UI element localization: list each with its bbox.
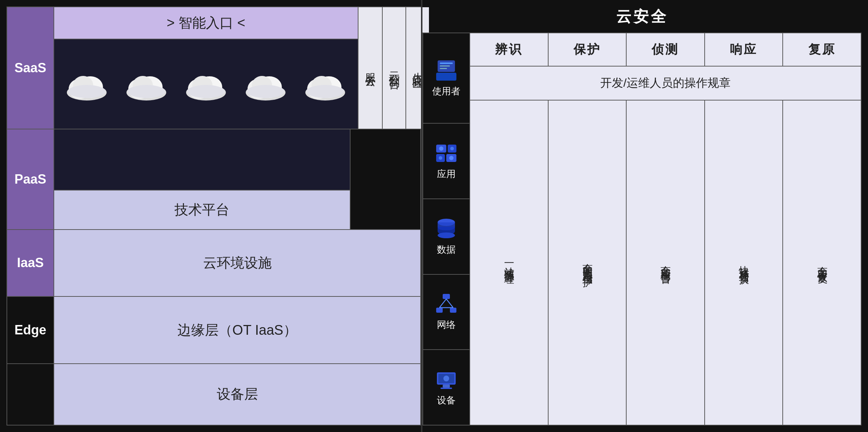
svg-point-35 (450, 147, 454, 150)
saas-content: > 智能入口 < (54, 7, 358, 129)
svg-point-24 (306, 85, 344, 98)
network-icon-cell: 网络 (423, 275, 469, 350)
cloud-5 (300, 65, 351, 103)
device-label: 设备 (437, 394, 456, 407)
smart-gateway: > 智能入口 < (54, 7, 358, 39)
icon-column: 使用者 应用 (423, 33, 470, 425)
col-monitoring: 全面监控与告警 (627, 100, 705, 425)
saas-row: SaaS > 智能入口 < (7, 7, 420, 129)
data-label: 数据 (437, 243, 456, 256)
svg-line-44 (446, 299, 453, 308)
category-recover: 复原 (783, 33, 861, 66)
svg-point-34 (439, 146, 443, 151)
cloud-1 (61, 65, 112, 103)
category-identify: 辨识 (470, 33, 549, 66)
svg-rect-41 (436, 308, 443, 313)
svg-point-14 (187, 85, 225, 98)
paas-right-filler (350, 129, 420, 229)
svg-point-37 (449, 156, 454, 160)
network-label: 网络 (437, 318, 456, 331)
edge-label: Edge (7, 297, 54, 363)
svg-rect-27 (440, 65, 450, 67)
data-icon (435, 217, 458, 240)
category-protect: 保护 (549, 33, 627, 66)
svg-rect-29 (436, 73, 456, 81)
cloud-2 (121, 65, 172, 103)
device-icon-cell: 设备 (423, 350, 469, 425)
paas-content: 技术平台 (54, 129, 350, 229)
ops-rule-row: 开发/运维人员的操作规章 (470, 67, 861, 100)
saas-label: SaaS (7, 7, 54, 129)
cloud-infra: 云环境设施 (54, 230, 420, 296)
svg-point-39 (438, 232, 455, 238)
svg-point-36 (439, 156, 442, 160)
clouds-area (54, 39, 358, 129)
right-panel: 云安全 使用者 (422, 0, 868, 432)
svg-rect-28 (440, 68, 447, 69)
edge-row: Edge 边缘层（OT IaaS） (7, 297, 420, 364)
svg-point-50 (443, 376, 449, 381)
device-icon-svg (435, 368, 458, 391)
cloud-3 (181, 65, 231, 103)
category-detect: 侦测 (627, 33, 705, 66)
ops-rule-text: 开发/运维人员的操作规章 (470, 67, 861, 100)
user-icon-cell: 使用者 (423, 33, 469, 124)
user-label: 使用者 (432, 85, 460, 98)
lower-area: 一站式资源管理 全面的资源加密与保护 全面监控与告警 快速修补与切换 全面容灾恢… (470, 100, 861, 425)
security-content: 辨识 保护 侦测 响应 复原 开发/运维人员的操作规章 一站式资源管理 全面的资… (470, 33, 861, 425)
svg-line-43 (439, 299, 446, 308)
iaas-label: IaaS (7, 230, 54, 296)
category-respond: 响应 (705, 33, 783, 66)
security-categories-row: 辨识 保护 侦测 响应 复原 (470, 33, 861, 67)
device-content: 设备层 (54, 364, 420, 425)
tech-platform: 技术平台 (54, 191, 350, 229)
service-cloud-col: 服务云 (358, 7, 382, 129)
app-icon-cell: 应用 (423, 124, 469, 199)
tall-cols: 服务云 云控制台 生态社区 (358, 7, 429, 129)
edge-content: 边缘层（OT IaaS） (54, 297, 420, 363)
network-icon (435, 292, 458, 316)
svg-rect-40 (443, 294, 450, 299)
svg-point-4 (68, 85, 106, 98)
col-encryption: 全面的资源加密与保护 (549, 100, 627, 425)
paas-label: PaaS (7, 129, 54, 229)
col-resource-mgmt: 一站式资源管理 (470, 100, 549, 425)
col-patch-switch: 快速修补与切换 (705, 100, 783, 425)
cloud-4 (240, 65, 291, 103)
paas-empty (54, 129, 350, 190)
paas-row: PaaS 技术平台 (7, 129, 420, 230)
app-label: 应用 (437, 168, 456, 180)
app-icon (435, 142, 458, 165)
device-label-empty (7, 364, 54, 425)
svg-point-19 (247, 85, 284, 98)
iaas-row: IaaS 云环境设施 (7, 230, 420, 297)
device-row: 设备层 (7, 364, 420, 425)
svg-rect-48 (443, 385, 450, 388)
cloud-security-title: 云安全 (422, 7, 861, 27)
security-grid: 使用者 应用 (422, 33, 861, 425)
data-icon-cell: 数据 (423, 199, 469, 275)
svg-rect-26 (440, 63, 453, 64)
svg-point-9 (128, 85, 165, 98)
control-console-col: 云控制台 (382, 7, 405, 129)
user-icon (435, 59, 458, 82)
svg-rect-42 (450, 308, 456, 313)
svg-rect-49 (441, 388, 452, 389)
col-disaster-recovery: 全面容灾恢复 (783, 100, 861, 425)
left-panel: SaaS > 智能入口 < (0, 0, 421, 432)
